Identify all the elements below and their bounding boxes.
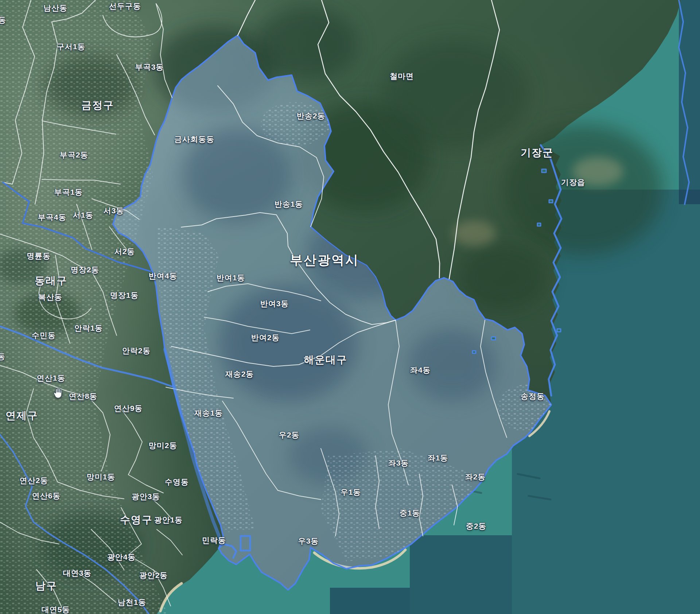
map-overlay-svg [0, 0, 700, 614]
hand-grab-cursor-icon [51, 387, 63, 399]
busan-satellite-map-screenshot: { "map": { "region_highlighted": "해운대구",… [0, 0, 700, 614]
satellite-map-canvas[interactable]: 부산광역시해운대구금정구동래구연제구수영구남구기장군남산동선두구동구서2동구서1… [0, 0, 700, 614]
